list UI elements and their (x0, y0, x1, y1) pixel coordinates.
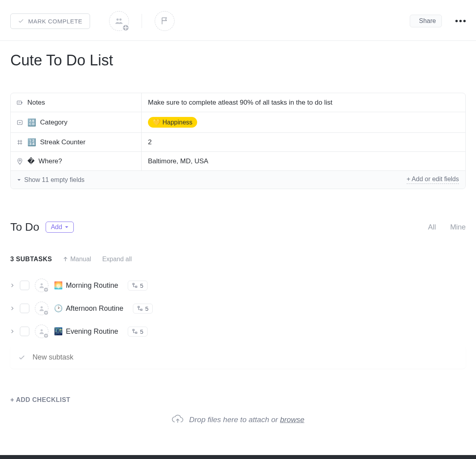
filter-mine[interactable]: Mine (450, 223, 466, 231)
subtask-title: Evening Routine (66, 327, 118, 336)
arrow-up-icon (63, 257, 68, 262)
content: Cute To Do List Notes Make sure to compl… (0, 41, 476, 444)
plus-badge-icon (43, 333, 49, 339)
subtask-title: Afternoon Routine (66, 304, 123, 313)
subtask-title: Morning Routine (66, 281, 118, 290)
subtask-name[interactable]: 🕑 Afternoon Routine (54, 304, 123, 313)
chevron-right-icon[interactable] (10, 306, 14, 310)
add-label: Add (51, 224, 62, 231)
number-field-icon (16, 139, 23, 146)
subtask-item: 🕑 Afternoon Routine 5 (10, 297, 466, 320)
field-value-notes[interactable]: Make sure to complete atleast 90% of all… (142, 93, 465, 112)
svg-point-16 (40, 329, 42, 331)
add-checklist-button[interactable]: + ADD CHECKLIST (10, 396, 466, 404)
subtask-list: 🌅 Morning Routine 5 🕑 Afternoon Routine … (10, 274, 466, 369)
subtask-count-badge[interactable]: 5 (133, 304, 153, 314)
people-icon (115, 17, 123, 25)
expand-all-button[interactable]: Expand all (102, 256, 132, 263)
subtask-checkbox[interactable] (20, 281, 29, 290)
count-text: 5 (140, 282, 143, 289)
new-subtask-input[interactable] (33, 353, 458, 361)
field-value-where[interactable]: Baltimore, MD, USA (142, 152, 465, 170)
svg-point-1 (119, 19, 121, 21)
share-button[interactable]: Share (410, 15, 442, 27)
todo-title: To Do (10, 221, 39, 233)
add-edit-fields-button[interactable]: + Add or edit fields (407, 176, 459, 184)
field-row-notes: Notes Make sure to complete atleast 90% … (11, 93, 465, 112)
field-label-text: Where? (38, 157, 62, 165)
subtask-tree-icon (132, 329, 138, 334)
chevron-right-icon[interactable] (10, 283, 14, 287)
new-subtask-row[interactable] (10, 346, 466, 369)
svg-point-9 (19, 159, 21, 161)
field-row-category: 🔠 Category 💛 Happiness (11, 112, 465, 133)
subtask-checkbox[interactable] (20, 304, 29, 313)
field-label-text: Streak Counter (40, 138, 85, 146)
location-field-icon (16, 158, 23, 165)
check-icon (18, 354, 25, 361)
svg-point-0 (116, 19, 119, 21)
assignee-button[interactable] (35, 279, 48, 292)
subtask-name[interactable]: 🌅 Morning Routine (54, 281, 118, 290)
check-icon (18, 18, 24, 24)
subtask-count: 3 SUBTASKS (10, 256, 52, 263)
sort-label: Manual (70, 256, 91, 263)
field-label-streak: 🔢 Streak Counter (11, 133, 142, 151)
attachment-dropzone[interactable]: Drop files here to attach or browse (10, 415, 466, 433)
fields-footer: Show 11 empty fields + Add or edit field… (11, 171, 465, 189)
divider (142, 14, 142, 28)
show-empty-fields-label: Show 11 empty fields (24, 176, 84, 184)
subtask-count-badge[interactable]: 5 (128, 327, 148, 337)
field-emoji: � (27, 157, 35, 166)
svg-rect-17 (133, 329, 134, 331)
field-label-category: 🔠 Category (11, 112, 142, 132)
category-tag[interactable]: 💛 Happiness (148, 117, 197, 128)
page-title[interactable]: Cute To Do List (10, 52, 466, 69)
svg-rect-15 (141, 309, 142, 311)
svg-rect-11 (133, 283, 134, 285)
dropzone-text: Drop files here to attach or (189, 415, 280, 424)
subtask-bar: 3 SUBTASKS Manual Expand all (10, 256, 466, 263)
caret-down-icon (65, 225, 69, 229)
svg-rect-12 (136, 286, 137, 288)
fields-box: Notes Make sure to complete atleast 90% … (10, 93, 466, 189)
mark-complete-button[interactable]: MARK COMPLETE (10, 13, 90, 29)
subtask-emoji: 🌅 (54, 281, 63, 290)
filter-all[interactable]: All (428, 223, 436, 231)
share-label: Share (419, 17, 436, 25)
count-text: 5 (140, 328, 143, 335)
dropdown-field-icon (16, 119, 23, 126)
assignee-button[interactable] (35, 302, 48, 315)
field-value-category[interactable]: 💛 Happiness (142, 112, 465, 132)
chevron-right-icon[interactable] (10, 329, 14, 333)
mark-complete-label: MARK COMPLETE (28, 18, 83, 25)
browse-link[interactable]: browse (280, 415, 304, 424)
assign-people-button[interactable] (109, 11, 129, 31)
subtask-count-badge[interactable]: 5 (128, 281, 148, 291)
text-field-icon (16, 99, 23, 106)
toolbar: MARK COMPLETE Share (0, 0, 476, 41)
cloud-upload-icon (172, 415, 184, 425)
svg-rect-18 (136, 332, 137, 334)
assignee-button[interactable] (35, 325, 48, 338)
svg-rect-7 (17, 101, 21, 104)
field-label-where: � Where? (11, 152, 142, 170)
caret-down-icon (17, 178, 21, 182)
field-emoji: 🔢 (27, 138, 36, 147)
plus-badge-icon (43, 310, 49, 316)
field-value-streak[interactable]: 2 (142, 133, 465, 151)
show-empty-fields-button[interactable]: Show 11 empty fields (17, 176, 84, 184)
subtask-name[interactable]: 🌃 Evening Routine (54, 327, 118, 336)
field-label-text: Category (40, 119, 67, 126)
sort-button[interactable]: Manual (63, 256, 91, 263)
plus-badge-icon (43, 287, 49, 293)
svg-rect-14 (138, 306, 140, 308)
field-label-text: Notes (27, 99, 45, 107)
add-subtask-button[interactable]: Add (46, 222, 73, 233)
subtask-item: 🌅 Morning Routine 5 (10, 274, 466, 297)
more-button[interactable] (455, 20, 466, 22)
bottom-bar (0, 455, 476, 459)
subtask-checkbox[interactable] (20, 327, 29, 336)
subtask-emoji: 🕑 (54, 304, 63, 313)
flag-button[interactable] (155, 11, 175, 31)
